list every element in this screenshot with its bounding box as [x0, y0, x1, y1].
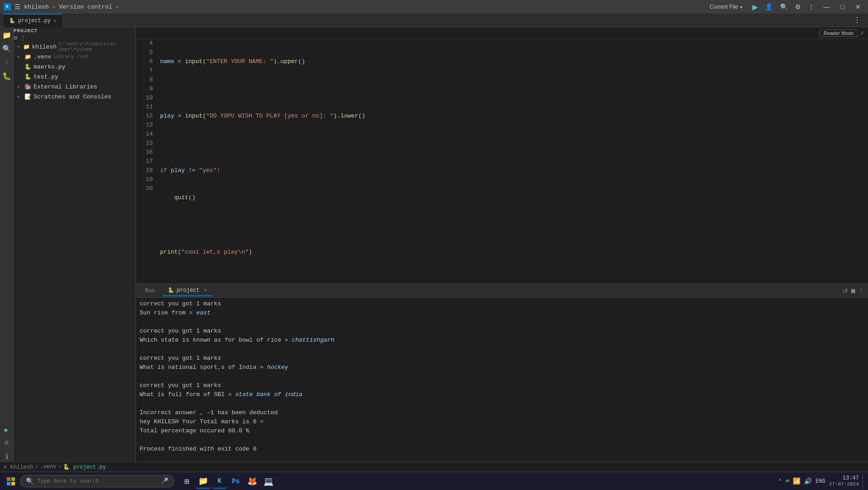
breadcrumb-bar: ⊙ khilesh › .venv › 🐍 project.py	[0, 462, 868, 472]
activity-run-icon[interactable]: ▶	[0, 423, 13, 436]
terminal-line-1: correct you got 1 marks	[140, 299, 864, 309]
sidebar-action-1[interactable]: ⊞	[14, 34, 17, 42]
taskbar-ps[interactable]: Ps	[229, 474, 243, 489]
tree-test[interactable]: 🐍 test.py	[14, 72, 136, 82]
start-button[interactable]	[4, 474, 18, 489]
tab-run[interactable]: Run	[140, 286, 161, 296]
breadcrumb-venv[interactable]: .venv	[40, 464, 56, 470]
svg-rect-1	[11, 477, 15, 481]
tree-external-libs[interactable]: ▸ 📚 External Libraries	[14, 82, 136, 92]
minimize-button[interactable]: —	[820, 3, 834, 10]
reader-mode-bar: Reader Mode ✓	[136, 27, 868, 39]
project-tab-label: project	[177, 287, 200, 294]
root-folder-icon: 📁	[23, 44, 30, 50]
venv-badge: library root	[53, 54, 89, 59]
terminal-stop-button[interactable]: ⏹	[850, 287, 856, 294]
code-content[interactable]: name = input("ENTER YOUR NAME: ").upper(…	[156, 39, 868, 284]
python-file-icon: 🐍	[9, 18, 15, 24]
network-icon[interactable]: 📶	[793, 477, 800, 485]
clock-time: 13:47	[829, 475, 859, 481]
taskbar-pycharm[interactable]: K	[212, 474, 227, 489]
show-desktop-button[interactable]	[863, 474, 864, 489]
svg-rect-3	[11, 482, 15, 485]
root-path: C:\Users\Production Dept\Pycham	[59, 42, 136, 52]
activity-debug-icon[interactable]: 🐛	[0, 70, 13, 83]
keyboard-icon[interactable]: ⌨	[785, 477, 789, 485]
terminal-line-15: Total percentage occured 60.0 %	[140, 426, 864, 436]
project-run-icon: 🐍	[168, 287, 174, 293]
terminal-line-4: correct you got 1 marks	[140, 327, 864, 336]
taskbar-view-switcher[interactable]: ⊞	[180, 474, 194, 489]
taskbar-app5[interactable]: 💻	[261, 474, 276, 489]
tree-maerks[interactable]: 🐍 maerks.py	[14, 62, 136, 72]
terminal-line-13: Incorrect answer , -1 has been deducted	[140, 408, 864, 417]
terminal-reload-button[interactable]: ↺	[843, 287, 848, 294]
system-clock[interactable]: 13:47 27-07-2024	[829, 475, 859, 487]
view-switcher-icon: ⊞	[185, 476, 190, 486]
terminal-line-10: correct you got 1 marks	[140, 381, 864, 390]
maerks-icon: 🐍	[24, 64, 32, 70]
taskbar-firefox[interactable]: 🦊	[245, 474, 259, 489]
profile-button[interactable]: 👤	[763, 3, 775, 10]
taskbar-search-icon: 🔍	[26, 477, 34, 485]
reader-mode-button[interactable]: Reader Mode	[819, 29, 858, 37]
more-tabs-button[interactable]: ⋮	[850, 16, 864, 24]
maximize-button[interactable]: □	[837, 3, 848, 10]
tab-project[interactable]: 🐍 project ✕	[162, 285, 213, 296]
activity-info-icon[interactable]: ℹ	[0, 451, 13, 463]
terminal-line-8: What is national sport,s of India = hock…	[140, 363, 864, 372]
sys-tray: ⌃ ⌨ 📶 🔊 ENG 13:47 27-07-2024	[779, 474, 864, 489]
terminal-line-6	[140, 345, 864, 354]
version-control-menu[interactable]: Version control	[59, 4, 112, 10]
terminal-more-button[interactable]: ⋮	[858, 287, 864, 294]
close-button[interactable]: ✕	[852, 3, 864, 10]
terminal-area: Run 🐍 project ✕ ↺ ⏹ ⋮ correct you got 1 …	[136, 284, 868, 479]
settings-button[interactable]: ⚙	[793, 3, 803, 10]
breadcrumb-sep1: ›	[35, 464, 38, 470]
taskbar-search-bar[interactable]: 🔍 🎤	[20, 475, 174, 487]
tree-scratches[interactable]: ▸ 📝 Scratches and Consoles	[14, 92, 136, 102]
tray-arrow[interactable]: ⌃	[779, 478, 782, 485]
svg-rect-0	[7, 477, 10, 481]
file-tree: ▾ 📁 khilesh C:\Users\Production Dept\Pyc…	[14, 42, 136, 479]
activity-layers-icon[interactable]: ≡	[0, 437, 13, 450]
volume-icon[interactable]: 🔊	[804, 477, 812, 485]
current-file-button[interactable]: Current File ▾	[705, 3, 747, 11]
file-explorer-icon: 📁	[198, 476, 208, 486]
activity-bar: 📁 🔍 ⑂ 🐛 ▶ ≡ ℹ ◉	[0, 27, 14, 479]
taskbar-search-input[interactable]	[37, 478, 157, 485]
sidebar-action-2[interactable]: ⋮	[20, 34, 26, 42]
terminal-actions: ↺ ⏹ ⋮	[843, 287, 864, 294]
active-file-tab[interactable]: 🐍 project.py ✕	[4, 14, 62, 27]
terminal-line-16	[140, 436, 864, 445]
more-options-button[interactable]: ⋮	[806, 3, 816, 10]
taskbar-file-explorer[interactable]: 📁	[196, 474, 210, 489]
activity-git-icon[interactable]: ⑂	[0, 56, 13, 69]
title-bar: K ☰ khilesh ▾ Version control ▾ Current …	[0, 0, 868, 14]
code-line-4: name = input("ENTER YOUR NAME: ").upper(…	[160, 57, 864, 66]
scratches-icon: 📝	[24, 93, 32, 100]
project-tab-close[interactable]: ✕	[204, 287, 207, 293]
tab-close-icon[interactable]: ✕	[54, 18, 57, 24]
activity-search-icon[interactable]: 🔍	[0, 43, 13, 55]
run-button[interactable]: ▶	[751, 3, 760, 11]
pycharm-icon: K	[218, 477, 221, 485]
terminal-line-3	[140, 318, 864, 327]
activity-folder-icon[interactable]: 📁	[0, 29, 13, 42]
sidebar-actions: ⊞ ⋮	[14, 34, 136, 42]
ext-libs-icon: 📚	[24, 83, 32, 90]
breadcrumb-file[interactable]: 🐍 project.py	[63, 464, 106, 470]
scratches-arrow-icon: ▸	[17, 94, 24, 99]
project-username: khilesh	[24, 4, 49, 10]
language-indicator[interactable]: ENG	[815, 478, 825, 485]
tree-root[interactable]: ▾ 📁 khilesh C:\Users\Production Dept\Pyc…	[14, 42, 136, 52]
breadcrumb-khilesh[interactable]: ⊙ khilesh	[4, 464, 33, 470]
search-button[interactable]: 🔍	[778, 3, 790, 10]
terminal-line-7: correct you got 1 marks	[140, 354, 864, 363]
code-editor[interactable]: 4 5 6 7 8 9 10 11 12 13 14 15 16 17 18 1…	[136, 39, 868, 284]
terminal-line-14: hey KHILESH Your Total marks is 6 =	[140, 417, 864, 426]
code-line-9: quit()	[160, 193, 864, 202]
tree-venv[interactable]: ▸ 📁 .venv library root	[14, 52, 136, 62]
hamburger-icon[interactable]: ☰	[15, 3, 20, 11]
editor-area: Reader Mode ✓ 4 5 6 7 8 9 10 11 12 13 14…	[136, 27, 868, 479]
